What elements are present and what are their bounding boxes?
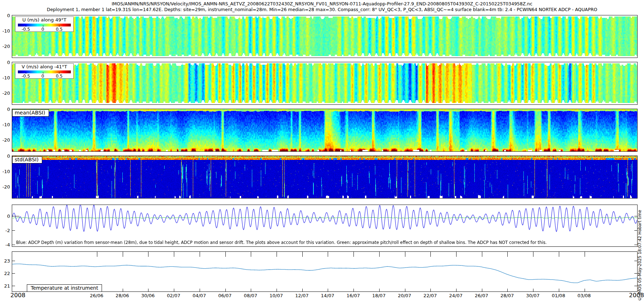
x-tick-mark <box>379 289 380 291</box>
x-tick-mark <box>405 289 405 291</box>
y-tick-mark <box>634 245 637 245</box>
colorbar-tick-label: -0.5 <box>21 74 30 79</box>
x-tick-label: 28/06 <box>116 293 129 298</box>
u-colorbar-legend: U (m/s) along 49°T -0.500.5 <box>15 16 74 32</box>
panel-std-absi: std(ABSI) 0-10-20 <box>12 156 638 198</box>
y-tick-mark <box>634 261 637 261</box>
x-tick-mark <box>559 289 559 291</box>
y-tick-label: 21 <box>0 283 10 288</box>
x-tick-mark <box>533 289 533 291</box>
x-tick-mark <box>405 252 405 257</box>
x-tick-mark <box>456 289 457 291</box>
figure-title-line2: Deployment 1, member 1 lat=19.31S lon=14… <box>0 7 644 12</box>
mean-absi-heatmap <box>12 109 637 151</box>
x-axis-year-left: 2008 <box>10 292 25 299</box>
x-tick-mark <box>507 289 508 291</box>
x-tick-mark <box>277 252 277 257</box>
v-colorbar-legend: V (m/s) along -41°T -0.500.5 <box>15 63 74 79</box>
y-tick-mark <box>12 230 15 231</box>
x-tick-label: 28/07 <box>501 293 514 298</box>
x-tick-mark <box>585 252 585 257</box>
x-tick-mark <box>533 252 533 257</box>
x-tick-mark <box>456 252 457 257</box>
y-tick-label: 0 <box>0 153 10 159</box>
x-tick-mark <box>148 289 148 291</box>
figure-title-line1: IMOS/ANMN/NRS/NRSYON/Velocity/IMOS_ANMN-… <box>0 1 644 6</box>
y-tick-mark <box>12 245 15 245</box>
panel-u-velocity: U (m/s) along 49°T -0.500.5 0-10-20 <box>12 15 638 58</box>
std-absi-label: std(ABSI) <box>12 156 42 163</box>
panel-temperature: Temperature at instrument 232221 <box>12 251 638 292</box>
x-tick-mark <box>225 289 226 291</box>
x-tick-mark <box>353 289 354 291</box>
y-tick-label: 0 <box>0 60 10 65</box>
y-tick-mark <box>12 261 15 261</box>
x-tick-mark <box>174 289 174 291</box>
temperature-line-plot <box>12 252 637 291</box>
x-tick-mark <box>200 289 200 291</box>
x-tick-mark <box>251 252 251 257</box>
y-tick-label: -2 <box>0 228 10 233</box>
x-tick-mark <box>482 252 482 257</box>
x-tick-mark <box>225 252 226 257</box>
x-tick-mark <box>328 289 328 291</box>
colorbar-tick-label: 0 <box>42 27 44 32</box>
y-tick-label: -20 <box>0 44 10 49</box>
v-velocity-heatmap <box>12 62 637 104</box>
x-tick-label: 16/07 <box>346 293 360 298</box>
y-tick-mark <box>634 216 637 216</box>
v-colorbar-title: V (m/s) along -41°T <box>15 64 73 69</box>
x-tick-label: 30/07 <box>526 293 539 298</box>
y-tick-label: -20 <box>0 137 10 143</box>
y-tick-label: -20 <box>0 90 10 96</box>
x-tick-mark <box>251 289 251 291</box>
colorbar-tick-label: -0.5 <box>21 27 30 32</box>
y-tick-label: -4 <box>0 242 10 247</box>
v-colorbar-ticks: -0.500.5 <box>18 70 71 78</box>
figure-root: IMOS/ANMN/NRS/NRSYON/Velocity/IMOS_ANMN-… <box>0 0 644 304</box>
x-tick-mark <box>353 252 354 257</box>
u-colorbar-ticks: -0.500.5 <box>18 24 71 31</box>
x-tick-mark <box>97 252 97 257</box>
colorbar-tick-label: 0 <box>42 74 44 79</box>
panel-mean-absi: mean(ABSI) 0-10-20 <box>12 109 638 152</box>
panel-v-velocity: V (m/s) along -41°T -0.500.5 0-10-20 <box>12 62 638 105</box>
x-tick-mark <box>328 252 328 257</box>
x-tick-label: 03/08 <box>577 293 591 298</box>
y-tick-label: -20 <box>0 184 10 190</box>
y-tick-label: 0 <box>0 214 10 219</box>
imos-copyright-watermark: © IMOS 05-May-2025 18:07:42 Hobart time <box>637 210 642 301</box>
x-tick-label: 30/06 <box>141 293 155 298</box>
x-tick-mark <box>430 252 431 257</box>
x-tick-label: 10/07 <box>269 293 283 298</box>
x-tick-mark <box>148 252 148 257</box>
x-tick-label: 24/07 <box>449 293 462 298</box>
u-colorbar-title: U (m/s) along 49°T <box>15 17 73 23</box>
depth-annotation-text: Blue: ADCP Depth (m) variation from sens… <box>16 240 547 245</box>
x-tick-label: 26/07 <box>475 293 488 298</box>
colorbar-tick-label: 0.5 <box>56 27 63 32</box>
x-tick-label: 12/07 <box>295 293 308 298</box>
y-tick-mark <box>12 286 15 286</box>
x-tick-mark <box>430 289 431 291</box>
u-velocity-heatmap <box>12 15 637 58</box>
x-tick-mark <box>559 252 559 257</box>
x-tick-mark <box>482 289 482 291</box>
x-tick-mark <box>302 289 303 291</box>
colorbar-tick-label: 0.5 <box>56 74 63 79</box>
x-tick-label: 22/07 <box>424 293 437 298</box>
y-tick-mark <box>12 273 15 274</box>
mean-absi-label: mean(ABSI) <box>12 109 49 117</box>
zero-tick-mark <box>12 216 19 216</box>
x-tick-label: 01/08 <box>552 293 565 298</box>
x-tick-label: 08/07 <box>244 293 257 298</box>
x-tick-mark <box>379 252 380 257</box>
std-absi-heatmap <box>12 156 637 198</box>
y-tick-label: -10 <box>0 28 10 34</box>
x-tick-label: 20/07 <box>398 293 411 298</box>
panel-adcp-depth-variation: Blue: ADCP Depth (m) variation from sens… <box>12 205 638 247</box>
y-tick-label: 0 <box>0 107 10 112</box>
x-tick-label: 04/07 <box>192 293 206 298</box>
x-tick-mark <box>507 252 508 257</box>
y-tick-mark <box>634 230 637 231</box>
